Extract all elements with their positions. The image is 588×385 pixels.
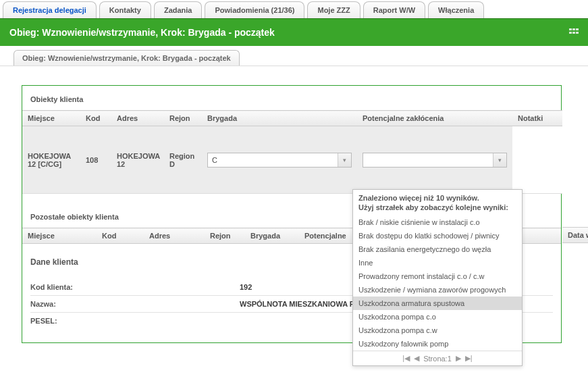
th2-rejon[interactable]: Rejon bbox=[205, 228, 245, 244]
main-tabs: Rejestracja delegacji Kontakty Zadania P… bbox=[0, 0, 588, 18]
label-pesel: PESEL: bbox=[30, 317, 240, 325]
th-adres[interactable]: Adres bbox=[111, 111, 164, 126]
th-kod[interactable]: Kod bbox=[80, 111, 111, 126]
dropdown-item[interactable]: Uszkodzona pompa c.w bbox=[353, 324, 522, 337]
th-brygada[interactable]: Brygada bbox=[202, 111, 357, 126]
th2-data-wyslania[interactable]: Data wysłania bbox=[562, 227, 588, 243]
tab-powiadomienia[interactable]: Powiadomienia (21/36) bbox=[205, 1, 304, 18]
cell-adres: HOKEJOWA 12 bbox=[111, 126, 164, 194]
dropdown-item-selected[interactable]: Uszkodzona armatura spustowa bbox=[353, 297, 522, 310]
th2-brygada[interactable]: Brygada bbox=[245, 228, 299, 244]
table-row[interactable]: HOKEJOWA 12 [C/CG] 108 HOKEJOWA 12 Regio… bbox=[22, 126, 562, 194]
sub-tab-row: Obieg: Wznowienie/wstrzymanie, Krok: Bry… bbox=[0, 46, 588, 66]
zaklocenia-combobox[interactable]: ▾ bbox=[363, 153, 507, 168]
dropdown-item[interactable]: Prowadzony remont instalacji c.o / c.w bbox=[353, 270, 522, 283]
dropdown-item[interactable]: Brak dostępu do klatki schodowej / piwni… bbox=[353, 229, 522, 242]
th-rejon[interactable]: Rejon bbox=[164, 111, 202, 126]
tab-zadania[interactable]: Zadania bbox=[154, 1, 203, 18]
tab-rejestracja-delegacji[interactable]: Rejestracja delegacji bbox=[3, 1, 97, 18]
pager-last-icon[interactable]: ▶| bbox=[465, 354, 473, 363]
th-notatki[interactable]: Notatki bbox=[512, 111, 562, 126]
chevron-down-icon[interactable]: ▾ bbox=[338, 153, 351, 167]
th2-miejsce[interactable]: Miejsce bbox=[22, 228, 97, 244]
value-kod-klienta: 192 bbox=[240, 283, 252, 291]
grid-view-icon[interactable] bbox=[569, 28, 579, 36]
page-header: Obieg: Wznowienie/wstrzymanie, Krok: Bry… bbox=[0, 18, 588, 46]
sub-tab-active[interactable]: Obieg: Wznowienie/wstrzymanie, Krok: Bry… bbox=[14, 50, 240, 66]
dropdown-item[interactable]: Inne bbox=[353, 256, 522, 270]
dropdown-item[interactable]: Brak zasilania energetycznego do węzła bbox=[353, 242, 522, 256]
cell-brygada: ▾ bbox=[202, 126, 357, 194]
dropdown-pager: |◀ ◀ Strona:1 ▶ ▶| bbox=[353, 351, 522, 365]
tab-raport-ww[interactable]: Raport W/W bbox=[363, 1, 425, 18]
dropdown-item[interactable]: Uszkodzenie / wymiana zaworów progowych bbox=[353, 283, 522, 297]
label-nazwa: Nazwa: bbox=[30, 300, 240, 308]
cell-notatki[interactable] bbox=[512, 126, 562, 194]
cell-rejon: Region D bbox=[164, 126, 202, 194]
tab-kontakty[interactable]: Kontakty bbox=[99, 1, 151, 18]
zaklocenia-input[interactable] bbox=[363, 153, 493, 167]
tab-moje-zzz[interactable]: Moje ZZZ bbox=[307, 1, 360, 18]
client-objects-table: Miejsce Kod Adres Rejon Brygada Potencja… bbox=[22, 110, 562, 194]
pager-next-icon[interactable]: ▶ bbox=[456, 354, 461, 363]
pager-prev-icon[interactable]: ◀ bbox=[414, 354, 419, 363]
th2-kod[interactable]: Kod bbox=[97, 228, 144, 244]
chevron-down-icon[interactable]: ▾ bbox=[493, 153, 506, 167]
cell-kod: 108 bbox=[80, 126, 111, 194]
th-zaklocenia[interactable]: Potencjalne zakłócenia bbox=[357, 111, 512, 126]
cell-miejsce: HOKEJOWA 12 [C/CG] bbox=[22, 126, 80, 194]
th2-adres[interactable]: Adres bbox=[144, 228, 205, 244]
dropdown-item[interactable]: Uszkodzona pompa c.o bbox=[353, 310, 522, 324]
dropdown-heading: Znaleziono więcej niż 10 wyników. bbox=[353, 190, 522, 203]
page-title: Obieg: Wznowienie/wstrzymanie, Krok: Bry… bbox=[9, 27, 275, 38]
pager-first-icon[interactable]: |◀ bbox=[402, 354, 410, 363]
cell-zaklocenia: ▾ bbox=[357, 126, 512, 194]
section-title-obiekty: Obiekty klienta bbox=[22, 90, 561, 110]
tab-wlaczenia[interactable]: Włączenia bbox=[428, 1, 484, 18]
zaklocenia-dropdown[interactable]: Znaleziono więcej niż 10 wyników. Użyj s… bbox=[352, 189, 523, 366]
dropdown-item[interactable]: Uszkodzony falownik pomp bbox=[353, 337, 522, 351]
dropdown-subheading: Użyj strzałek aby zobaczyć kolejne wynik… bbox=[353, 203, 522, 215]
dropdown-item[interactable]: Brak / niskie ciśnienie w instalacji c.o bbox=[353, 215, 522, 229]
brygada-input[interactable] bbox=[208, 153, 338, 167]
th-miejsce[interactable]: Miejsce bbox=[22, 111, 80, 126]
label-kod-klienta: Kod klienta: bbox=[30, 283, 240, 291]
pager-label: Strona:1 bbox=[423, 355, 452, 363]
brygada-combobox[interactable]: ▾ bbox=[207, 153, 352, 168]
